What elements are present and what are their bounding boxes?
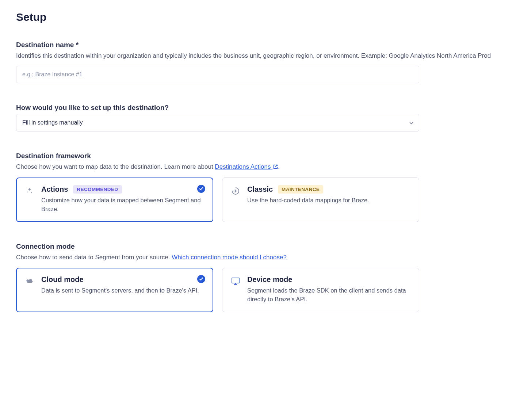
connection-cloud-desc: Data is sent to Segment's servers, and t… <box>41 286 205 295</box>
destination-name-input[interactable] <box>16 66 419 83</box>
setup-method-section: How would you like to set up this destin… <box>16 104 500 131</box>
selected-check-icon <box>197 275 205 283</box>
connection-device-title: Device mode <box>247 275 292 284</box>
framework-section: Destination framework Choose how you wan… <box>16 152 500 222</box>
connection-help-prefix: Choose how to send data to Segment from … <box>16 254 172 261</box>
framework-actions-desc: Customize how your data is mapped betwee… <box>41 196 205 214</box>
svg-rect-0 <box>232 278 239 283</box>
maintenance-badge: MAINTENANCE <box>278 185 323 194</box>
selected-check-icon <box>197 185 205 193</box>
arrow-in-circle-icon <box>230 186 241 196</box>
setup-method-selected-value: Fill in settings manually <box>22 119 83 126</box>
connection-cloud-title: Cloud mode <box>41 275 84 284</box>
setup-method-select[interactable]: Fill in settings manually <box>16 114 419 131</box>
destination-name-section: Destination name * Identifies this desti… <box>16 41 500 83</box>
framework-classic-desc: Use the hard-coded data mappings for Bra… <box>247 196 411 205</box>
destination-name-help: Identifies this destination within your … <box>16 51 500 61</box>
connection-section: Connection mode Choose how to send data … <box>16 243 500 312</box>
connection-option-device[interactable]: Device mode Segment loads the Braze SDK … <box>222 268 419 313</box>
sparkle-icon <box>24 186 35 196</box>
framework-actions-title: Actions <box>41 185 68 194</box>
cloud-icon <box>24 276 35 286</box>
connection-option-cloud[interactable]: Cloud mode Data is sent to Segment's ser… <box>16 268 213 313</box>
connection-label: Connection mode <box>16 243 500 251</box>
framework-help-prefix: Choose how you want to map data to the d… <box>16 163 215 170</box>
framework-help-suffix: . <box>278 163 280 170</box>
setup-method-label: How would you like to set up this destin… <box>16 104 500 112</box>
destination-name-label: Destination name * <box>16 41 500 49</box>
connection-mode-link[interactable]: Which connection mode should I choose? <box>172 254 287 261</box>
monitor-icon <box>230 276 241 286</box>
connection-help: Choose how to send data to Segment from … <box>16 253 500 262</box>
external-link-icon <box>273 163 278 172</box>
framework-label: Destination framework <box>16 152 500 160</box>
framework-help: Choose how you want to map data to the d… <box>16 162 500 172</box>
framework-option-classic[interactable]: Classic MAINTENANCE Use the hard-coded d… <box>222 177 419 222</box>
framework-option-actions[interactable]: Actions RECOMMENDED Customize how your d… <box>16 177 213 222</box>
destinations-actions-link[interactable]: Destinations Actions <box>215 163 278 170</box>
connection-device-desc: Segment loads the Braze SDK on the clien… <box>247 286 411 304</box>
framework-classic-title: Classic <box>247 185 273 194</box>
recommended-badge: RECOMMENDED <box>73 185 122 194</box>
page-title: Setup <box>16 11 500 23</box>
